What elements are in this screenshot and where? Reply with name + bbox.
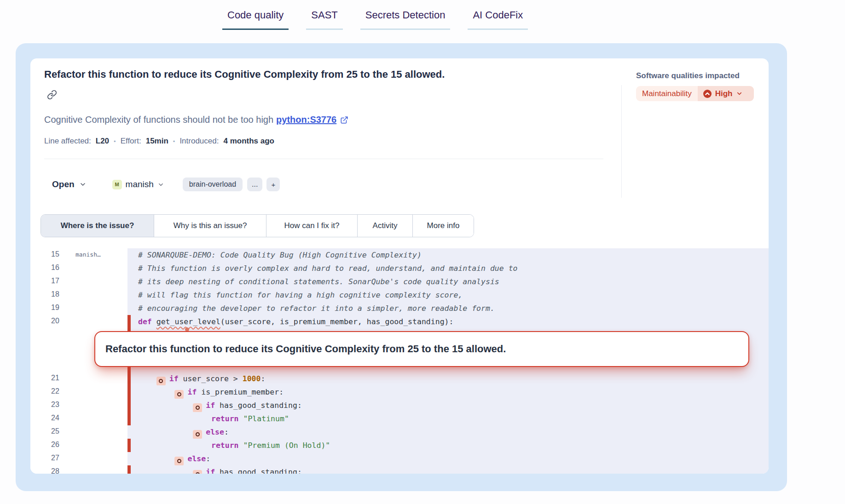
line-number: 27 [51, 454, 59, 462]
line-number: 15 [51, 250, 59, 258]
arrow-up-circle-icon [703, 89, 712, 98]
introduced-label: Introduced: [179, 137, 219, 146]
blame-author[interactable]: manish… [75, 251, 101, 258]
issue-gutter-bar [127, 372, 131, 385]
nav-tab-code-quality[interactable]: Code quality [222, 6, 289, 30]
nav-tab-sast[interactable]: SAST [306, 6, 342, 30]
effort-label: Effort: [121, 137, 141, 146]
issue-gutter-bar [127, 248, 131, 262]
meta-separator: • [173, 138, 175, 145]
issue-gutter-bar [127, 452, 131, 465]
nav-tab-label: Code quality [227, 9, 284, 21]
issue-gutter-bar [127, 315, 131, 328]
rule-link[interactable]: python:S3776 [276, 115, 336, 125]
header-divider [44, 159, 603, 159]
issue-detail-tabs: Where is the issue? Why is this an issue… [41, 214, 474, 237]
issue-card: Refactor this function to reduce its Cog… [30, 58, 769, 474]
tab-how-can-i-fix-it[interactable]: How can I fix it? [266, 215, 358, 237]
code-line: 25 else: [30, 425, 769, 439]
line-number: 24 [51, 414, 59, 422]
issue-gutter-bar [127, 412, 131, 425]
impact-quality: Maintainability [636, 86, 698, 101]
line-number: 21 [51, 374, 59, 382]
rule-description: Cognitive Complexity of functions should… [44, 115, 273, 125]
code-line: 22 if is_premium_member: [30, 385, 769, 399]
code-line: 18# will flag this function for having a… [30, 288, 769, 302]
line-affected-value: L20 [96, 137, 109, 146]
line-number: 19 [51, 304, 59, 312]
issue-gutter-bar [127, 425, 131, 439]
issue-gutter-bar [127, 288, 131, 302]
ring-marker-icon[interactable] [174, 390, 184, 399]
code-line: 15manish…# SONARQUBE-DEMO: Code Quality … [30, 248, 769, 262]
assignee-name: manish [126, 179, 154, 189]
code-line: 27 else: [30, 452, 769, 465]
chevron-down-icon [79, 181, 87, 188]
line-number: 22 [51, 387, 59, 395]
tab-why-is-this-an-issue[interactable]: Why is this an issue? [154, 215, 266, 237]
chevron-down-icon [736, 90, 743, 97]
ring-marker-icon[interactable] [193, 403, 202, 412]
code-viewer[interactable]: 15manish…# SONARQUBE-DEMO: Code Quality … [30, 248, 769, 474]
impact-heading: Software qualities impacted [636, 71, 756, 80]
issue-gutter-bar [127, 465, 131, 474]
external-link-icon[interactable] [340, 116, 348, 124]
issue-title: Refactor this function to reduce its Cog… [44, 69, 541, 80]
line-number: 28 [51, 467, 59, 474]
link-icon [47, 90, 57, 100]
impact-severity-dropdown[interactable]: Maintainability High [636, 86, 754, 101]
status-label: Open [52, 179, 75, 189]
tab-where-is-the-issue[interactable]: Where is the issue? [41, 215, 154, 237]
code-line: 23 if has_good_standing: [30, 399, 769, 412]
code-line: 20def get_user_level(user_score, is_prem… [30, 315, 769, 328]
add-tag-button[interactable]: + [266, 178, 280, 191]
status-dropdown[interactable]: Open [52, 179, 87, 189]
status-row: Open M manish brain-overload ... + [52, 177, 280, 192]
tab-more-info[interactable]: More info [413, 215, 474, 237]
issue-callout-text: Refactor this function to reduce its Cog… [105, 343, 506, 355]
issue-gutter-bar [127, 275, 131, 288]
permalink-button[interactable] [46, 89, 58, 101]
line-number: 23 [51, 401, 59, 409]
line-number: 26 [51, 441, 59, 449]
ring-marker-icon[interactable] [193, 430, 202, 439]
nav-tab-label: SAST [311, 9, 337, 21]
line-affected-label: Line affected: [44, 137, 91, 146]
issue-gutter-bar [127, 439, 131, 452]
impact-panel: Software qualities impacted Maintainabil… [636, 71, 756, 101]
ring-marker-icon[interactable] [174, 457, 184, 466]
more-tags-button[interactable]: ... [247, 178, 262, 191]
code-line: 19# encouraging the developer to refacto… [30, 302, 769, 315]
code-line: 16# This function is overly complex and … [30, 262, 769, 275]
assignee-dropdown[interactable]: M manish [112, 179, 164, 189]
issue-meta: Line affected: L20 • Effort: 15min • Int… [44, 137, 274, 146]
nav-tab-secrets-detection[interactable]: Secrets Detection [360, 6, 451, 30]
code-line: 24 return "Platinum" [30, 412, 769, 425]
issue-gutter-bar [127, 302, 131, 315]
code-line: 17# its deep nesting of conditional stat… [30, 275, 769, 288]
issue-gutter-bar [127, 262, 131, 275]
line-number: 16 [51, 263, 59, 272]
nav-tab-ai-codefix[interactable]: AI CodeFix [468, 6, 528, 30]
line-number: 20 [51, 317, 59, 325]
tag-brain-overload[interactable]: brain-overload [183, 178, 243, 191]
nav-tab-label: Secrets Detection [365, 9, 446, 21]
issue-gutter-bar [127, 385, 131, 399]
issue-gutter-bar [127, 399, 131, 412]
introduced-value: 4 months ago [223, 137, 274, 146]
effort-value: 15min [146, 137, 168, 146]
code-line: 21 if user_score > 1000: [30, 372, 769, 385]
chevron-down-icon [157, 181, 164, 188]
tab-activity[interactable]: Activity [358, 215, 413, 237]
nav-tab-label: AI CodeFix [473, 9, 523, 21]
impact-severity: High [715, 89, 733, 98]
panel-divider [621, 85, 622, 198]
ring-marker-icon[interactable] [156, 377, 166, 386]
meta-separator: • [114, 138, 116, 145]
code-line: 28 if has_good_standing: [30, 465, 769, 474]
avatar: M [112, 180, 122, 189]
ring-marker-icon[interactable] [193, 470, 202, 474]
line-number: 18 [51, 290, 59, 298]
product-nav-tabs: Code quality SAST Secrets Detection AI C… [222, 6, 528, 30]
code-line: 26 return "Premium (On Hold)" [30, 439, 769, 452]
